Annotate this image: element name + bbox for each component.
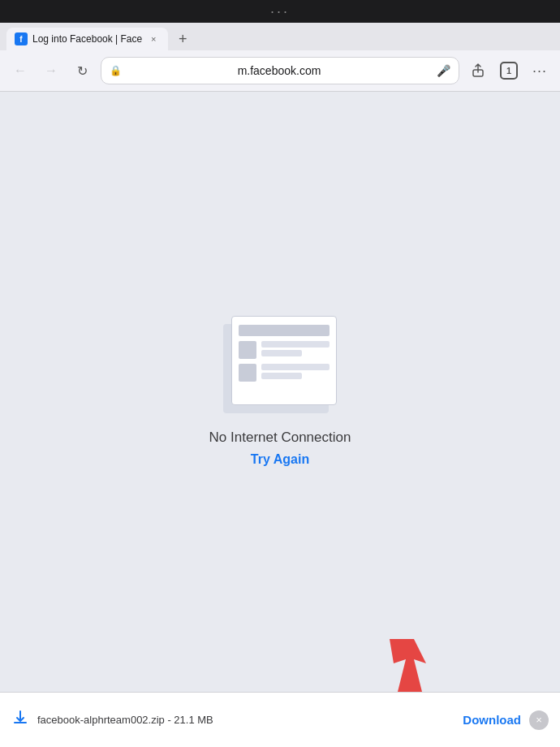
download-file-icon xyxy=(11,709,29,731)
share-button[interactable] xyxy=(466,58,490,83)
doc-line xyxy=(261,341,330,348)
no-internet-illustration xyxy=(219,316,341,413)
title-bar: ··· xyxy=(0,0,560,23)
forward-icon: → xyxy=(45,63,58,78)
lock-icon: 🔒 xyxy=(110,65,122,76)
doc-row-2 xyxy=(239,364,330,382)
doc-line-short-2 xyxy=(261,373,302,379)
tab-favicon: f xyxy=(15,32,28,45)
tab-title: Log into Facebook | Face xyxy=(32,33,142,45)
download-close-icon: × xyxy=(536,714,542,726)
address-bar[interactable]: 🔒 m.facebook.com 🎤 xyxy=(101,57,459,84)
nav-bar: ← → ↻ 🔒 m.facebook.com 🎤 1 ··· xyxy=(0,50,560,91)
doc-row-1 xyxy=(239,341,330,359)
new-tab-button[interactable]: + xyxy=(171,28,194,50)
download-close-button[interactable]: × xyxy=(529,710,549,730)
browser-chrome: f Log into Facebook | Face × + ← → ↻ 🔒 m… xyxy=(0,23,560,92)
more-options-button[interactable]: ··· xyxy=(528,58,552,83)
browser-content: No Internet Connection Try Again xyxy=(0,92,560,690)
download-action-button[interactable]: Download xyxy=(463,713,521,727)
reload-icon: ↻ xyxy=(77,63,88,79)
doc-thumb-1 xyxy=(239,341,256,359)
no-internet-title: No Internet Connection xyxy=(209,430,351,446)
tab-bar: f Log into Facebook | Face × + xyxy=(0,23,560,50)
title-bar-dots: ··· xyxy=(270,3,290,20)
doc-lines-2 xyxy=(261,364,330,379)
share-icon xyxy=(471,63,485,78)
back-button[interactable]: ← xyxy=(8,58,32,83)
doc-line-2 xyxy=(261,364,330,370)
red-arrow-svg xyxy=(381,639,430,692)
more-icon: ··· xyxy=(532,63,547,80)
tab-close-button[interactable]: × xyxy=(147,32,160,45)
tab-count: 1 xyxy=(500,62,518,80)
doc-front xyxy=(231,316,337,405)
try-again-button[interactable]: Try Again xyxy=(251,452,309,467)
active-tab[interactable]: f Log into Facebook | Face × xyxy=(6,28,168,50)
tab-switcher-button[interactable]: 1 xyxy=(497,58,521,83)
doc-lines-1 xyxy=(261,341,330,356)
svg-marker-1 xyxy=(390,639,426,692)
download-filename: facebook-alphrteam002.zip - 21.1 MB xyxy=(37,714,454,726)
doc-header-bar xyxy=(239,325,330,336)
doc-line-short xyxy=(261,350,302,356)
url-text: m.facebook.com xyxy=(127,64,432,77)
doc-thumb-2 xyxy=(239,364,256,382)
mic-icon: 🎤 xyxy=(437,64,450,77)
download-icon-svg xyxy=(11,709,29,727)
reload-button[interactable]: ↻ xyxy=(70,58,94,83)
download-bar: facebook-alphrteam002.zip - 21.1 MB Down… xyxy=(0,692,560,747)
forward-button[interactable]: → xyxy=(39,58,63,83)
back-icon: ← xyxy=(14,63,27,78)
